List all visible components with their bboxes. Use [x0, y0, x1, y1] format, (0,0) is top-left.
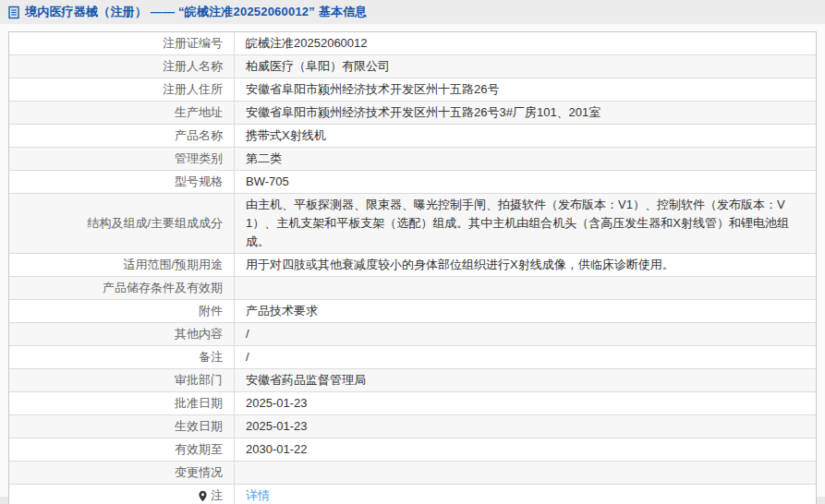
table-row: 注册人住所 安徽省阜阳市颍州经济技术开发区州十五路26号 [9, 78, 816, 102]
row-label: 产品名称 [9, 125, 235, 147]
row-label: 注册人住所 [9, 78, 235, 101]
row-label: 管理类别 [9, 148, 235, 170]
table-row: 审批部门 安徽省药品监督管理局 [9, 369, 816, 392]
row-label: 有效期至 [9, 438, 235, 461]
page-title: 境内医疗器械（注册） —— “皖械注准20252060012” 基本信息 [25, 4, 368, 20]
row-value: 安徽省阜阳市颍州经济技术开发区州十五路26号3#厂房101、201室 [235, 102, 816, 124]
row-label-text: 生效日期 [175, 417, 223, 436]
row-label-text: 注 [211, 486, 223, 504]
row-value: 2030-01-22 [235, 438, 816, 461]
row-value: 2025-01-23 [235, 392, 816, 414]
table-row: 管理类别 第二类 [9, 148, 816, 171]
row-label-text: 批准日期 [175, 394, 223, 413]
title-bar: 境内医疗器械（注册） —— “皖械注准20252060012” 基本信息 [0, 0, 825, 24]
row-label: 适用范围/预期用途 [9, 254, 235, 276]
table-row: 附件 产品技术要求 [9, 300, 816, 323]
row-label-text: 变更情况 [175, 463, 223, 482]
row-label: 附件 [9, 300, 235, 322]
row-label: 批准日期 [9, 392, 235, 414]
row-label-text: 有效期至 [175, 440, 223, 459]
row-label-text: 注册证编号 [163, 34, 223, 53]
row-label: 产品储存条件及有效期 [9, 277, 235, 299]
row-label: 变更情况 [9, 462, 235, 484]
row-label-text: 适用范围/预期用途 [123, 256, 223, 274]
row-value: 携带式X射线机 [235, 125, 816, 147]
row-label-text: 备注 [199, 348, 223, 366]
row-label-text: 注册人名称 [163, 57, 223, 76]
row-label-text: 产品名称 [175, 126, 223, 145]
table-row: 生效日期 2025-01-23 [9, 415, 816, 438]
row-label-text: 结构及组成/主要组成成分 [87, 214, 223, 233]
table-row: 备注 / [9, 346, 816, 369]
row-value: 产品技术要求 [235, 300, 816, 322]
row-label-text: 其他内容 [175, 325, 223, 343]
row-label-text: 附件 [199, 302, 223, 320]
row-label: 注册证编号 [9, 32, 235, 54]
table-row: 批准日期 2025-01-23 [9, 392, 816, 415]
table-row: 生产地址 安徽省阜阳市颍州经济技术开发区州十五路26号3#厂房101、201室 [9, 102, 816, 125]
row-label-text: 注册人住所 [163, 80, 223, 99]
row-value: 安徽省药品监督管理局 [235, 369, 816, 391]
row-value: BW-705 [235, 171, 816, 193]
row-value [235, 277, 816, 299]
table-row: 有效期至 2030-01-22 [9, 438, 816, 462]
row-label: 结构及组成/主要组成成分 [9, 194, 235, 253]
table-row: 适用范围/预期用途 用于对四肢或其他衰减度较小的身体部位组织进行X射线成像，供临… [9, 254, 816, 277]
row-value: 用于对四肢或其他衰减度较小的身体部位组织进行X射线成像，供临床诊断使用。 [235, 254, 816, 276]
content-area: 注册证编号 皖械注准20252060012 注册人名称 柏威医疗（阜阳）有限公司 [0, 24, 825, 497]
table-row: 产品储存条件及有效期 [9, 277, 816, 300]
row-value: / [235, 346, 816, 368]
row-label-text: 审批部门 [175, 371, 223, 390]
pin-icon [198, 490, 208, 502]
row-label: 审批部门 [9, 369, 235, 391]
row-value: 详情 [235, 485, 816, 504]
table-row: 注册人名称 柏威医疗（阜阳）有限公司 [9, 55, 816, 78]
table-row: 型号规格 BW-705 [9, 171, 816, 194]
table-row: 产品名称 携带式X射线机 [9, 125, 816, 148]
table-row: 变更情况 [9, 462, 816, 485]
row-label: 生产地址 [9, 102, 235, 124]
row-value: 2025-01-23 [235, 415, 816, 438]
row-label-text: 生产地址 [175, 103, 223, 122]
row-value: / [235, 323, 816, 345]
row-label: 注册人名称 [9, 55, 235, 78]
detail-link[interactable]: 详情 [246, 486, 270, 504]
row-label: 其他内容 [9, 323, 235, 345]
row-label-text: 管理类别 [175, 150, 223, 168]
info-table: 注册证编号 皖械注准20252060012 注册人名称 柏威医疗（阜阳）有限公司 [8, 31, 817, 504]
table-row: 注册证编号 皖械注准20252060012 [9, 32, 816, 55]
table-row: 结构及组成/主要组成成分 由主机、平板探测器、限束器、曝光控制手闸、拍摄软件（发… [9, 194, 816, 254]
row-label-text: 产品储存条件及有效期 [103, 279, 223, 297]
row-label: 注 [9, 485, 235, 504]
row-value: 安徽省阜阳市颍州经济技术开发区州十五路26号 [235, 78, 816, 101]
row-value [235, 462, 816, 484]
row-value: 柏威医疗（阜阳）有限公司 [235, 55, 816, 78]
row-value: 皖械注准20252060012 [235, 32, 816, 54]
row-label: 生效日期 [9, 415, 235, 438]
row-label: 型号规格 [9, 171, 235, 193]
table-row: 注 详情 [9, 485, 816, 504]
row-value: 第二类 [235, 148, 816, 170]
row-value: 由主机、平板探测器、限束器、曝光控制手闸、拍摄软件（发布版本：V1）、控制软件（… [235, 194, 816, 253]
table-row: 其他内容 / [9, 323, 816, 346]
row-label: 备注 [9, 346, 235, 368]
row-label-text: 型号规格 [175, 173, 223, 191]
document-icon [7, 6, 20, 19]
